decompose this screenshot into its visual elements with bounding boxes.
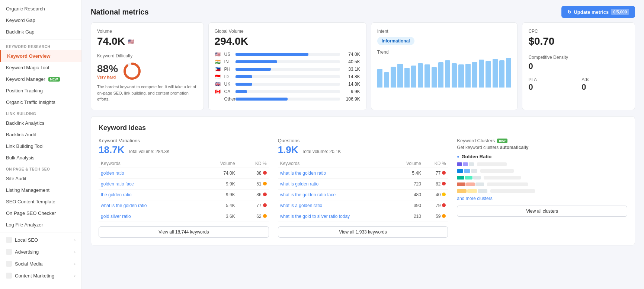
- country-row-ca: 🇨🇦 CA 9.9K: [215, 89, 360, 94]
- q-kw-header: Keywords: [278, 159, 393, 168]
- sidebar-item-keyword-overview[interactable]: Keyword Overview: [0, 50, 81, 62]
- sidebar-item-organic-traffic-insights[interactable]: Organic Traffic Insights: [0, 96, 81, 108]
- country-value: 74.0K: [343, 52, 360, 57]
- sidebar-item-backlink-gap[interactable]: Backlink Gap: [0, 26, 81, 38]
- cluster-bar: [467, 189, 477, 193]
- trend-bar-6: [418, 63, 423, 88]
- country-bar-fill: [236, 53, 309, 56]
- cluster-item-2: [457, 176, 627, 180]
- cluster-bar: [457, 169, 463, 173]
- sidebar-item-keyword-manager[interactable]: Keyword ManagerNEW: [0, 73, 81, 85]
- trend-bar-0: [377, 69, 382, 88]
- top-cluster-name: Golden Ratio: [461, 154, 491, 159]
- volume-label: Volume: [97, 29, 198, 34]
- trend-bar-1: [384, 72, 389, 88]
- kd-cell: 88: [237, 168, 269, 179]
- kd-description: The hardest keyword to compete for. It w…: [97, 84, 198, 102]
- sidebar-item-content-marketing[interactable]: Content Marketing ›: [0, 270, 81, 282]
- sidebar-item-social-media[interactable]: Social Media ›: [0, 258, 81, 270]
- keyword-link[interactable]: what is a golden ratio: [280, 203, 322, 208]
- kd-dot: [442, 193, 446, 196]
- questions-column: Questions 1.9K Total volume: 20.1K Keywo…: [278, 138, 448, 238]
- sidebar-item-bulk-analysis[interactable]: Bulk Analysis: [0, 152, 81, 163]
- trend-chart: [377, 58, 512, 88]
- keyword-link[interactable]: what is golden ratio: [280, 181, 318, 187]
- view-all-variations-button[interactable]: View all 18,744 keywords: [99, 226, 269, 238]
- cluster-item-4: [457, 189, 627, 193]
- cluster-bar: [464, 169, 470, 173]
- quota-badge: 0/5,000: [611, 9, 629, 15]
- cluster-bar: [473, 176, 481, 180]
- sidebar-item-organic-research[interactable]: Organic Research: [0, 3, 81, 15]
- page-title: National metrics: [91, 8, 149, 16]
- cluster-bar: [465, 176, 472, 180]
- sidebar-item-site-audit[interactable]: Site Audit: [0, 173, 81, 184]
- kd-donut: [122, 61, 142, 81]
- sidebar-section-keyword-research: KEYWORD RESEARCH: [0, 41, 81, 50]
- trend-bar-13: [465, 64, 471, 88]
- kd-cell: 77: [237, 200, 269, 211]
- pla-label: PLA: [528, 77, 576, 82]
- update-metrics-button[interactable]: ↻ Update metrics 0/5,000: [561, 6, 635, 18]
- cluster-bar: [469, 162, 474, 166]
- sidebar-item-advertising[interactable]: Advertising ›: [0, 246, 81, 258]
- keyword-link[interactable]: golden ratio face: [101, 181, 134, 187]
- intent-trend-card: Intent Informational Trend: [371, 22, 518, 110]
- table-row: the golden ratio 9.9K 86: [99, 190, 269, 200]
- keyword-link[interactable]: golden ratio: [101, 171, 124, 176]
- keyword-link[interactable]: gold silver ratio: [101, 214, 131, 219]
- country-code: PH: [224, 67, 233, 72]
- sidebar-item-link-building-tool[interactable]: Link Building Tool: [0, 140, 81, 152]
- kd-cell: 51: [237, 179, 269, 190]
- volume-cell: 3.6K: [199, 211, 237, 222]
- ideas-title: Keyword ideas: [99, 124, 627, 132]
- sidebar-item-log-file-analyzer[interactable]: Log File Analyzer: [0, 219, 81, 231]
- table-row: what is the golden ratio 5.4K 77: [99, 200, 269, 211]
- sidebar-item-listing-management[interactable]: Listing Management: [0, 184, 81, 196]
- country-value: 14.8K: [343, 82, 360, 87]
- trend-bar-15: [479, 60, 484, 88]
- questions-total: Total volume: 20.1K: [302, 149, 341, 154]
- cluster-label-blur: [480, 169, 514, 173]
- svg-point-1: [125, 64, 140, 79]
- sidebar-item-backlink-audit[interactable]: Backlink Audit: [0, 129, 81, 140]
- trend-bar-9: [438, 62, 443, 88]
- keyword-link[interactable]: what is the golden ratio face: [280, 192, 336, 197]
- clusters-label: Keyword Clusters: [457, 138, 495, 143]
- questions-label: Questions: [278, 138, 448, 143]
- sidebar-item-backlink-analytics[interactable]: Backlink Analytics: [0, 117, 81, 129]
- cluster-label-blur: [477, 162, 507, 166]
- sidebar-item-on-page-seo-checker[interactable]: On Page SEO Checker: [0, 207, 81, 219]
- variations-column: Keyword Variations 18.7K Total volume: 2…: [99, 138, 269, 238]
- kd-dot: [263, 182, 267, 185]
- view-all-questions-button[interactable]: View all 1,933 keywords: [278, 226, 448, 238]
- sidebar-item-keyword-magic-tool[interactable]: Keyword Magic Tool: [0, 62, 81, 73]
- keyword-link[interactable]: the golden ratio: [101, 192, 132, 197]
- country-flag: 🇬🇧: [215, 82, 221, 87]
- keyword-link[interactable]: what is the golden ratio: [280, 171, 326, 176]
- ads-label: Ads: [581, 77, 629, 82]
- kd-cell: 59: [423, 211, 448, 222]
- kd-label: Keyword Difficulty: [97, 53, 198, 58]
- var-kd-header: KD %: [237, 159, 269, 168]
- country-value: 14.8K: [343, 74, 360, 79]
- country-value: 106.9K: [343, 96, 360, 102]
- trend-bar-18: [499, 60, 504, 88]
- view-all-clusters-button[interactable]: View all clusters: [457, 206, 627, 217]
- sidebar-item-local-seo[interactable]: Local SEO ›: [0, 234, 81, 246]
- volume-cell: 5.4K: [199, 200, 237, 211]
- keyword-link[interactable]: what is the golden ratio: [101, 203, 147, 208]
- country-code: UK: [224, 82, 233, 87]
- sidebar-item-keyword-gap[interactable]: Keyword Gap: [0, 15, 81, 26]
- refresh-icon: ↻: [567, 9, 571, 15]
- table-row: gold silver ratio 3.6K 62: [99, 211, 269, 222]
- sidebar-item-seo-content-template[interactable]: SEO Content Template: [0, 196, 81, 207]
- keyword-link[interactable]: what is the gold to silver ratio today: [280, 214, 350, 219]
- and-more-clusters[interactable]: and more clusters: [457, 196, 627, 201]
- cluster-bar: [475, 182, 484, 186]
- table-row: what is a golden ratio 390 79: [278, 200, 448, 211]
- country-bar-wrap: [236, 60, 340, 63]
- cpc-stats-card: CPC $0.70 Competitive Density 0 PLA 0 Ad…: [522, 22, 635, 110]
- sidebar-item-position-tracking[interactable]: Position Tracking: [0, 85, 81, 96]
- cluster-bar: [457, 189, 467, 193]
